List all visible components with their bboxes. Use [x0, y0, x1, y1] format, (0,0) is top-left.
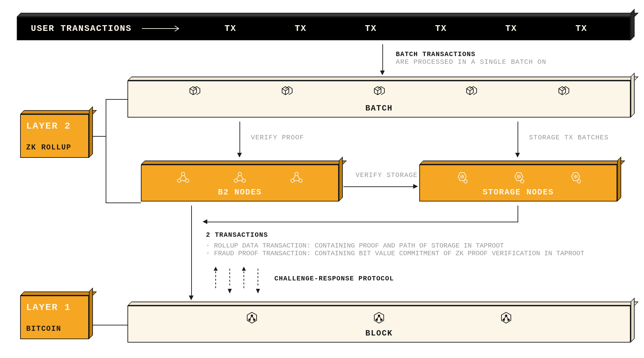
- connector: [207, 222, 518, 222]
- arrow-right-icon: [142, 25, 182, 32]
- connector: [191, 206, 192, 296]
- connector: [93, 325, 127, 325]
- arrowhead-icon: [203, 219, 207, 224]
- svg-point-8: [291, 179, 294, 182]
- batch-cube-icon: [464, 86, 479, 99]
- storage-hex-icon: [454, 171, 469, 185]
- b2-nodes-bar: B2 NODES: [141, 165, 339, 202]
- two-transactions-bullets: ROLLUP DATA TRANSACTION: CONTAINING PROO…: [206, 242, 584, 257]
- svg-point-7: [295, 172, 298, 176]
- connector: [93, 136, 106, 137]
- block-hex-icon: [372, 311, 386, 324]
- tx-label: TX: [435, 24, 447, 34]
- arrowhead-icon: [237, 153, 242, 158]
- arrowhead-icon: [380, 71, 385, 75]
- svg-point-11: [521, 180, 524, 183]
- svg-point-5: [234, 179, 237, 182]
- batch-cube-icon: [556, 86, 571, 99]
- b2-nodes-label: B2 NODES: [142, 188, 338, 197]
- b2-node-icons: [142, 171, 338, 184]
- block-hex-icon: [245, 311, 259, 324]
- connector: [382, 44, 383, 71]
- bullet-item: ROLLUP DATA TRANSACTION: CONTAINING PROO…: [206, 242, 584, 250]
- storage-node-icons: [420, 171, 616, 185]
- tx-label: TX: [576, 24, 587, 34]
- block-label: BLOCK: [128, 329, 630, 338]
- arrowhead-icon: [515, 153, 520, 158]
- arrowhead-icon: [189, 296, 194, 300]
- dashed-arrow-down-icon: [227, 269, 232, 289]
- bullet-item: FRAUD PROOF TRANSACTION: CONTAINING BIT …: [206, 250, 584, 257]
- tx-label: TX: [365, 24, 377, 34]
- storage-tx-label: STORAGE TX BATCHES: [529, 134, 609, 141]
- svg-point-3: [185, 179, 189, 182]
- tx-label: TX: [225, 24, 236, 34]
- batch-label: BATCH: [128, 104, 630, 113]
- svg-point-4: [238, 172, 241, 176]
- connector: [106, 203, 141, 203]
- node-circle-icon: [233, 171, 247, 184]
- layer2-box: LAYER 2 ZK ROLLUP: [20, 114, 89, 158]
- connector: [343, 186, 414, 187]
- dashed-arrow-up-icon: [241, 271, 246, 292]
- batch-cube-icon: [279, 86, 294, 99]
- layer1-sub: BITCOIN: [26, 325, 61, 333]
- connector: [518, 206, 518, 222]
- two-transactions-title: 2 TRANSACTIONS: [206, 231, 268, 239]
- tx-label: TX: [505, 24, 517, 34]
- block-bar: BLOCK: [127, 306, 631, 343]
- dashed-arrow-up-icon: [213, 271, 218, 292]
- node-circle-icon: [290, 171, 303, 184]
- architecture-diagram: USER TRANSACTIONS TX TX TX TX TX TX BATC…: [0, 0, 644, 358]
- verify-proof-label: VERIFY PROOF: [251, 134, 304, 141]
- node-circle-icon: [176, 171, 190, 184]
- batch-icons: [128, 86, 630, 99]
- storage-nodes-bar: STORAGE NODES: [419, 165, 617, 202]
- batch-cube-icon: [187, 86, 202, 99]
- svg-point-12: [577, 180, 581, 183]
- block-icons: [128, 311, 630, 324]
- tx-items: TX TX TX TX TX TX: [196, 24, 616, 34]
- storage-nodes-label: STORAGE NODES: [420, 188, 616, 197]
- layer2-sub: ZK ROLLUP: [26, 143, 71, 152]
- svg-point-6: [242, 179, 246, 182]
- batch-bar: BATCH: [127, 81, 631, 118]
- connector: [239, 122, 240, 153]
- block-hex-icon: [499, 311, 513, 324]
- connector: [518, 122, 518, 153]
- storage-hex-icon: [511, 171, 526, 185]
- verify-storage-label: VERIFY STORAGE: [356, 171, 418, 179]
- connector: [106, 99, 106, 203]
- batch-transactions-annot: BATCH TRANSACTIONS ARE PROCESSED IN A SI…: [396, 50, 546, 66]
- batch-cube-icon: [372, 86, 386, 99]
- user-transactions-bar: USER TRANSACTIONS TX TX TX TX TX TX: [17, 17, 631, 40]
- layer1-box: LAYER 1 BITCOIN: [20, 296, 89, 339]
- layer2-title: LAYER 2: [26, 121, 71, 131]
- dashed-arrow-down-icon: [256, 269, 260, 289]
- svg-point-9: [299, 179, 302, 182]
- svg-point-2: [177, 179, 181, 182]
- svg-point-10: [464, 180, 467, 183]
- storage-hex-icon: [568, 171, 582, 185]
- svg-point-1: [181, 172, 185, 176]
- layer1-title: LAYER 1: [26, 302, 71, 313]
- challenge-response-label: CHALLENGE-RESPONSE PROTOCOL: [274, 275, 394, 282]
- user-transactions-title: USER TRANSACTIONS: [31, 24, 132, 34]
- arrowhead-icon: [413, 184, 418, 189]
- tx-label: TX: [295, 24, 307, 34]
- connector: [106, 99, 127, 100]
